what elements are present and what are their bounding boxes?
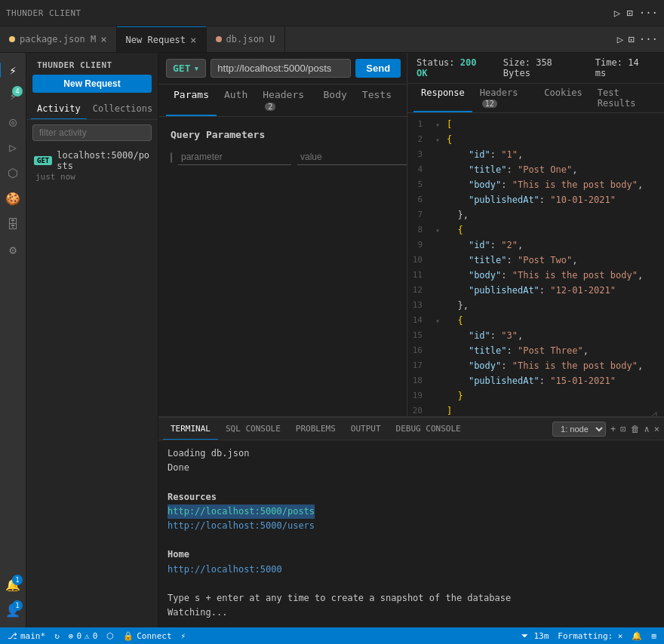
- activity-bar-item-cookies[interactable]: 🍪: [2, 187, 24, 210]
- tab-close-new-request[interactable]: ×: [190, 34, 196, 46]
- bell-icon[interactable]: 🔔: [632, 631, 642, 641]
- code-line: 17 "body": "This is the post body",: [407, 359, 664, 374]
- terminal-collapse-icon[interactable]: ∧: [644, 424, 650, 434]
- time-label: Time: 14 ms: [595, 57, 655, 78]
- activity-bar-item-db[interactable]: 🗄: [2, 213, 24, 235]
- split-icon[interactable]: ⊡: [626, 7, 632, 19]
- activity-bar-item-thunder[interactable]: ⚡: [2, 59, 24, 81]
- tab-params[interactable]: Params: [166, 84, 217, 116]
- activity-bar-item-collections[interactable]: ⚡ 4: [2, 84, 24, 107]
- status-lightning[interactable]: ⚡: [181, 631, 186, 641]
- collections-badge: 4: [12, 86, 23, 97]
- env-icon: ◎: [9, 115, 17, 129]
- terminal-node-select[interactable]: 1: node: [552, 422, 606, 437]
- activity-bar-item-run[interactable]: ▷: [2, 136, 24, 158]
- activity-bar-item-user[interactable]: 👤 1: [2, 599, 24, 621]
- sidebar-tab-activity[interactable]: Activity: [31, 99, 87, 119]
- method-select[interactable]: GET ▾: [166, 59, 206, 78]
- url-bar: GET ▾ Send: [158, 53, 407, 84]
- status-connect[interactable]: 🔒 Connect: [123, 631, 171, 641]
- param-checkbox[interactable]: [171, 152, 172, 163]
- resp-tab-test-results[interactable]: Test Results: [590, 84, 658, 112]
- code-line: 15 "id": "3",: [407, 329, 664, 344]
- terminal-line: http://localhost:5000/posts: [168, 504, 315, 519]
- method-chevron: ▾: [193, 63, 199, 74]
- tab-auth[interactable]: Auth: [217, 84, 255, 116]
- code-line: 1▾[: [407, 118, 664, 133]
- resp-headers-badge: 12: [482, 100, 497, 108]
- error-icon: ⊗: [69, 631, 74, 641]
- terminal-tab-terminal[interactable]: TERMINAL: [163, 418, 218, 440]
- tab-headers[interactable]: Headers 2: [255, 84, 315, 116]
- run-tab-icon[interactable]: ▷: [617, 33, 623, 45]
- more-icon[interactable]: ···: [639, 7, 658, 19]
- resp-tab-headers[interactable]: Headers 12: [472, 84, 536, 112]
- activity-bar-item-settings[interactable]: ⚙: [2, 238, 24, 261]
- formatting-display: Formatting: ×: [558, 631, 622, 641]
- tab-new-request[interactable]: New Request ×: [117, 26, 207, 52]
- terminal-split-icon[interactable]: ⊡: [620, 424, 626, 434]
- tab-body[interactable]: Body: [316, 84, 355, 116]
- resize-handle[interactable]: ⊿: [650, 409, 658, 416]
- tab-bar: package.json M × New Request × db.json U…: [0, 26, 664, 53]
- filter-input[interactable]: [32, 124, 152, 141]
- right-panel: Status: 200 OK Size: 358 Bytes Time: 14 …: [407, 53, 664, 416]
- tab-package-json[interactable]: package.json M ×: [0, 26, 117, 52]
- terminal-tab-sql[interactable]: SQL CONSOLE: [218, 418, 288, 440]
- terminal-trash-icon[interactable]: 🗑: [631, 424, 640, 434]
- status-source[interactable]: ⬡: [106, 631, 114, 641]
- code-line: 6 "publishedAt": "10-01-2021": [407, 193, 664, 208]
- thunder-icon: ⚡: [9, 63, 17, 78]
- activity-bar-bottom: 🔔 1 👤 1: [2, 573, 24, 627]
- param-input[interactable]: [178, 149, 291, 165]
- status-label: Status: 200 OK: [417, 57, 493, 78]
- new-request-button[interactable]: New Request: [32, 75, 152, 93]
- app-title: THUNDER CLIENT: [6, 8, 81, 18]
- code-line: 18 "publishedAt": "15-01-2021": [407, 374, 664, 389]
- lightning-icon: ⚡: [181, 631, 186, 641]
- code-line: 7 },: [407, 208, 664, 223]
- tab-db-json[interactable]: db.json U: [207, 26, 285, 52]
- status-errors[interactable]: ⊗ 0 ⚠ 0: [69, 631, 98, 641]
- tab-tests[interactable]: Tests: [355, 84, 399, 116]
- status-branch[interactable]: ⎇ main*: [8, 631, 45, 641]
- terminal-line: Resources: [168, 490, 655, 504]
- terminal-tab-actions: 1: node + ⊡ 🗑 ∧ ×: [552, 422, 659, 437]
- more-tab-icon[interactable]: ···: [639, 33, 658, 45]
- layout-icon[interactable]: ⊞: [651, 631, 656, 641]
- code-line: 12 "publishedAt": "12-01-2021": [407, 284, 664, 299]
- settings-icon: ⚙: [9, 243, 17, 257]
- split-tab-icon[interactable]: ⊡: [628, 33, 634, 45]
- terminal-content: Loading db.json Done Resources http://lo…: [158, 440, 664, 627]
- activity-bar-item-notifications[interactable]: 🔔 1: [2, 573, 24, 596]
- terminal-add-icon[interactable]: +: [610, 424, 616, 434]
- tab-dot-package: [9, 36, 15, 42]
- tab-close-package[interactable]: ×: [100, 33, 106, 45]
- code-line: 14▾ {: [407, 314, 664, 329]
- resp-tab-response[interactable]: Response: [413, 84, 472, 112]
- run-icon[interactable]: ▷: [614, 7, 620, 19]
- time-value: 14 ms: [595, 57, 639, 78]
- tab-label-new-request: New Request: [126, 35, 186, 45]
- sidebar-item-top: GET localhost:5000/posts: [34, 150, 150, 171]
- value-input[interactable]: [297, 149, 407, 165]
- terminal-tab-output[interactable]: OUTPUT: [343, 418, 389, 440]
- terminal-tab-debug[interactable]: DEBUG CONSOLE: [389, 418, 469, 440]
- terminal-tabs: TERMINAL SQL CONSOLE PROBLEMS OUTPUT DEB…: [158, 418, 664, 440]
- activity-bar-item-docs[interactable]: ⬡: [2, 161, 24, 184]
- code-line: 11 "body": "This is the post body",: [407, 268, 664, 284]
- sidebar-list-item[interactable]: GET localhost:5000/posts just now: [26, 146, 158, 186]
- send-button[interactable]: Send: [355, 59, 401, 78]
- response-status-bar: Status: 200 OK Size: 358 Bytes Time: 14 …: [407, 53, 664, 84]
- url-input[interactable]: [211, 59, 351, 78]
- activity-bar-item-env[interactable]: ◎: [2, 110, 24, 133]
- headers-badge: 2: [265, 103, 275, 111]
- status-sync[interactable]: ↻: [54, 631, 60, 641]
- sidebar-tab-collections[interactable]: Collections: [87, 99, 158, 119]
- terminal-line: [168, 475, 655, 489]
- terminal-line: Done: [168, 461, 655, 475]
- resp-tab-cookies[interactable]: Cookies: [536, 84, 590, 112]
- terminal-close-icon[interactable]: ×: [654, 424, 659, 434]
- terminal-tab-problems[interactable]: PROBLEMS: [288, 418, 343, 440]
- size-value: 358 Bytes: [503, 57, 552, 78]
